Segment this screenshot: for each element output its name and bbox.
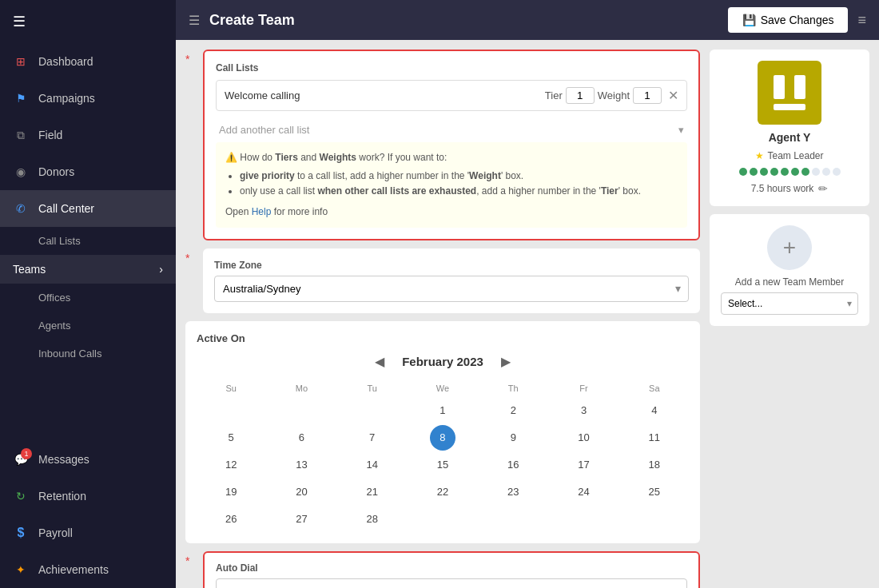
progress-dot bbox=[833, 168, 841, 176]
weight-input[interactable] bbox=[633, 87, 662, 104]
progress-dot bbox=[781, 168, 789, 176]
calendar-day bbox=[360, 398, 385, 423]
sidebar-sub-agents[interactable]: Agents bbox=[0, 312, 176, 340]
day-of-week: Tu bbox=[338, 380, 407, 396]
day-of-week: Sa bbox=[620, 380, 689, 396]
day-of-week: Su bbox=[197, 380, 265, 396]
auto-dial-select[interactable]: Yes No bbox=[216, 578, 687, 588]
calendar-day[interactable]: 28 bbox=[360, 507, 385, 532]
save-icon: 💾 bbox=[742, 14, 756, 26]
prev-month-button[interactable]: ◀ bbox=[370, 352, 389, 371]
save-button[interactable]: 💾 Save Changes bbox=[728, 7, 849, 33]
calendar-day[interactable]: 5 bbox=[218, 425, 244, 451]
timezone-label: Time Zone bbox=[214, 260, 689, 271]
progress-dot bbox=[739, 168, 747, 176]
agent-edit-button[interactable]: ✏ bbox=[818, 182, 828, 195]
agent-hours-row: 7.5 hours work ✏ bbox=[721, 182, 858, 195]
help-link[interactable]: Help bbox=[252, 206, 272, 217]
svg-rect-0 bbox=[774, 75, 785, 99]
calendar-day[interactable]: 4 bbox=[642, 398, 667, 423]
topbar-list-icon[interactable]: ☰ bbox=[189, 13, 200, 28]
calendar-day[interactable]: 1 bbox=[430, 398, 455, 423]
calendar-header: ◀ February 2023 ▶ bbox=[197, 352, 689, 371]
sidebar-sub-inbound-calls[interactable]: Inbound Calls bbox=[0, 340, 176, 368]
sidebar-label-campaigns: Campaigns bbox=[38, 92, 95, 105]
calendar-day[interactable]: 16 bbox=[500, 452, 526, 478]
auto-dial-label: Auto Dial bbox=[216, 562, 687, 574]
active-on-title: Active On bbox=[197, 332, 689, 344]
sidebar-item-campaigns[interactable]: ⚑ Campaigns bbox=[0, 80, 176, 117]
call-lists-card: Call Lists Welcome calling Tier Weight ✕ bbox=[203, 50, 700, 240]
calendar-day[interactable]: 7 bbox=[360, 425, 385, 451]
message-badge: 1 bbox=[21, 448, 32, 459]
sidebar-hamburger[interactable]: ☰ bbox=[0, 0, 176, 43]
sidebar-item-achievements[interactable]: ✦ Achievements bbox=[0, 551, 176, 588]
add-call-list-row[interactable]: Add another call list ▾ bbox=[216, 117, 687, 142]
dropdown-icon: ▾ bbox=[678, 124, 684, 136]
calendar-day[interactable]: 2 bbox=[500, 398, 526, 423]
timezone-section: * Time Zone Australia/Sydney UTC America… bbox=[185, 248, 700, 313]
tier-input[interactable] bbox=[566, 87, 595, 104]
hamburger-icon: ☰ bbox=[13, 14, 26, 30]
progress-dot bbox=[812, 168, 820, 176]
sidebar-item-payroll[interactable]: $ Payroll bbox=[0, 514, 176, 551]
agent-role-label: Team Leader bbox=[767, 150, 823, 161]
progress-dot bbox=[770, 168, 778, 176]
plus-icon: + bbox=[767, 225, 812, 270]
add-member-select[interactable]: Select... bbox=[721, 292, 858, 315]
sidebar-sub-teams[interactable]: Teams › bbox=[0, 255, 176, 284]
add-list-placeholder: Add another call list bbox=[219, 124, 309, 136]
add-member-card[interactable]: + Add a new Team Member Select... ▾ bbox=[710, 214, 869, 326]
auto-dial-select-wrapper: Yes No bbox=[216, 578, 687, 588]
calendar-day[interactable]: 6 bbox=[288, 425, 314, 451]
calendar-day[interactable]: 23 bbox=[500, 479, 526, 505]
sidebar-item-dashboard[interactable]: ⊞ Dashboard bbox=[0, 43, 176, 80]
sidebar-sub-call-lists[interactable]: Call Lists bbox=[0, 227, 176, 255]
page-title: Create Team bbox=[209, 12, 295, 29]
content-area: * Call Lists Welcome calling Tier Weight bbox=[176, 40, 879, 588]
calendar-day[interactable]: 11 bbox=[642, 425, 667, 451]
sidebar-item-donors[interactable]: ◉ Donors bbox=[0, 153, 176, 190]
calendar-day[interactable]: 10 bbox=[571, 425, 597, 451]
calendar-day[interactable]: 8 bbox=[430, 425, 455, 451]
calendar-day[interactable]: 22 bbox=[430, 479, 455, 505]
active-on-card: Active On ◀ February 2023 ▶ SuMoTuWeThFr… bbox=[185, 321, 700, 543]
day-of-week: Th bbox=[479, 380, 547, 396]
tier-label: Tier bbox=[545, 89, 563, 101]
agent-card: Agent Y ★ Team Leader 7.5 hours work ✏ bbox=[710, 50, 869, 206]
sidebar-item-call-center[interactable]: ✆ Call Center bbox=[0, 190, 176, 227]
calendar-day[interactable]: 24 bbox=[571, 479, 597, 505]
calendar-day[interactable]: 27 bbox=[288, 507, 314, 532]
sidebar-item-field[interactable]: ⧉ Field bbox=[0, 117, 176, 153]
calendar-day[interactable]: 14 bbox=[360, 452, 385, 478]
calendar-day[interactable]: 17 bbox=[571, 452, 597, 478]
required-star-ad: * bbox=[185, 554, 189, 567]
sidebar-label-messages: Messages bbox=[38, 453, 89, 466]
agent-name: Agent Y bbox=[769, 131, 811, 144]
calendar-day[interactable]: 12 bbox=[218, 452, 244, 478]
sidebar-item-messages[interactable]: 💬 1 Messages bbox=[0, 441, 176, 478]
calendar-day[interactable]: 3 bbox=[571, 398, 597, 423]
calendar-day[interactable]: 15 bbox=[430, 452, 455, 478]
calendar-day[interactable]: 19 bbox=[218, 479, 244, 505]
left-panel: * Call Lists Welcome calling Tier Weight bbox=[185, 50, 700, 578]
timezone-select[interactable]: Australia/Sydney UTC America/New_York Am… bbox=[214, 276, 689, 302]
topbar-menu-icon[interactable]: ≡ bbox=[857, 12, 866, 29]
calendar-day[interactable]: 20 bbox=[288, 479, 314, 505]
calendar-day[interactable]: 9 bbox=[500, 425, 526, 451]
arrow-right-icon: › bbox=[159, 263, 163, 276]
remove-call-list-button[interactable]: ✕ bbox=[668, 88, 678, 103]
svg-rect-2 bbox=[774, 104, 805, 110]
sidebar-sub-offices[interactable]: Offices bbox=[0, 284, 176, 312]
sidebar-item-retention[interactable]: ↻ Retention bbox=[0, 478, 176, 514]
required-star: * bbox=[185, 53, 189, 66]
next-month-button[interactable]: ▶ bbox=[496, 352, 515, 371]
calendar-day[interactable]: 26 bbox=[218, 507, 244, 532]
calendar-day[interactable]: 25 bbox=[642, 479, 667, 505]
calendar-day[interactable]: 18 bbox=[642, 452, 667, 478]
sidebar-label-donors: Donors bbox=[38, 165, 74, 178]
calendar-day bbox=[430, 507, 455, 532]
message-icon: 💬 1 bbox=[13, 451, 29, 467]
calendar-day[interactable]: 21 bbox=[360, 479, 385, 505]
calendar-day[interactable]: 13 bbox=[288, 452, 314, 478]
